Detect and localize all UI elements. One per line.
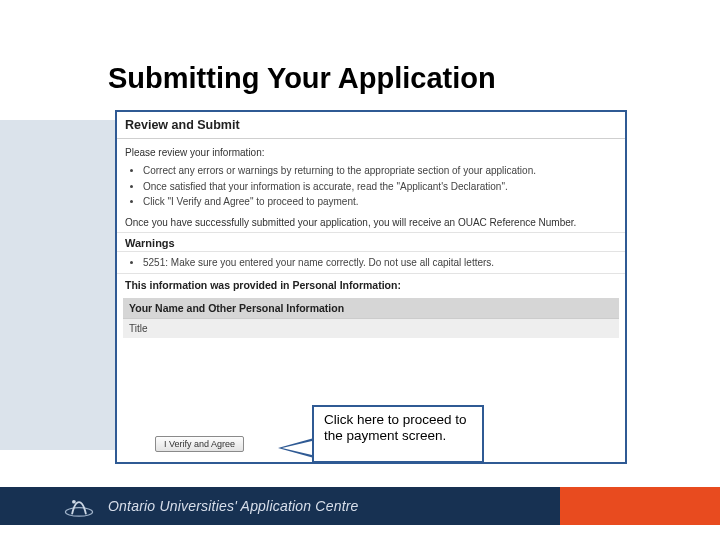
field-title-row: Title [123,318,619,338]
left-accent-bar [0,120,115,450]
footer-accent [560,487,720,525]
warnings-list: 5251: Make sure you entered your name co… [143,256,625,270]
section-name-band: Your Name and Other Personal Information [123,298,619,318]
svg-point-1 [72,500,76,504]
callout-box: Click here to proceed to the payment scr… [312,405,484,463]
slide-title: Submitting Your Application [108,62,496,95]
list-item: 5251: Make sure you entered your name co… [143,256,625,270]
instructions-list: Correct any errors or warnings by return… [143,164,625,209]
callout-arrow-icon [278,438,314,458]
footer-bar: Ontario Universities' Application Centre [0,487,560,525]
list-item: Once satisfied that your information is … [143,180,625,194]
verify-agree-button[interactable]: I Verify and Agree [155,436,244,452]
warnings-heading: Warnings [117,233,625,252]
svg-point-0 [65,508,92,517]
ouac-logo-icon [60,492,98,520]
panel-heading: Review and Submit [117,112,625,139]
list-item: Correct any errors or warnings by return… [143,164,625,178]
provided-in-label: This information was provided in Persona… [117,273,625,296]
footer-org-name: Ontario Universities' Application Centre [108,498,359,514]
review-lead: Please review your information: [117,139,625,160]
after-submit-note: Once you have successfully submitted you… [117,213,625,233]
list-item: Click "I Verify and Agree" to proceed to… [143,195,625,209]
